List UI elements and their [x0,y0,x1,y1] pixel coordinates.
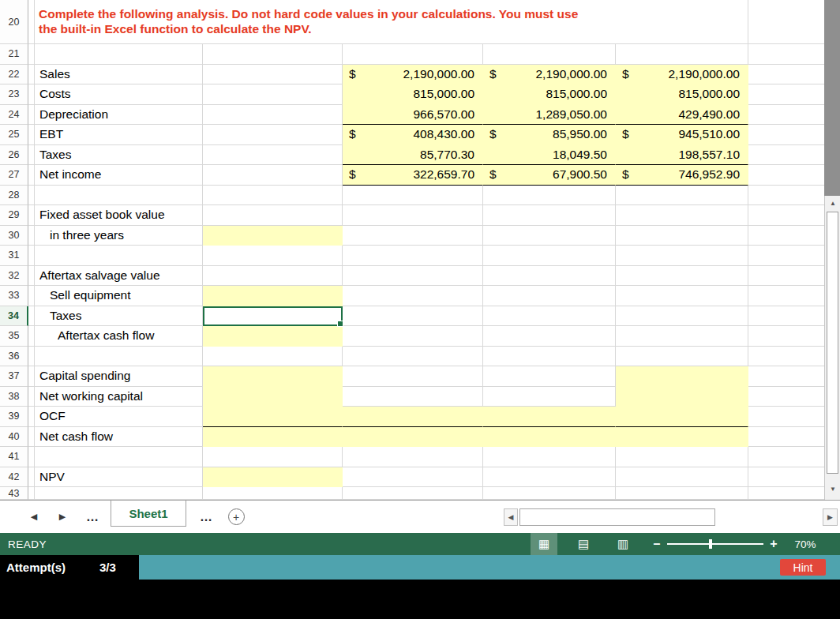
row-header-23[interactable]: 23 [0,84,28,105]
cell-A42[interactable] [28,467,35,488]
cell-D36[interactable] [343,347,483,367]
cell-F22[interactable]: $2,190,000.00 [616,65,748,85]
zoom-out-button[interactable]: – [649,533,665,555]
cell-A31[interactable] [28,246,35,266]
row-header-31[interactable]: 31 [0,246,28,266]
cell-D37[interactable] [343,366,483,387]
cell-D38[interactable] [343,387,483,407]
cell-G38[interactable] [748,387,824,407]
cell-C25[interactable] [203,125,343,145]
cell-F26[interactable]: 198,557.10 [616,145,748,166]
cell-D35[interactable] [343,326,483,347]
cell-C26[interactable] [203,145,343,166]
hint-button[interactable]: Hint [780,559,826,576]
cell-D29[interactable] [343,205,483,226]
row-header-40[interactable]: 40 [0,427,28,448]
cell-D22[interactable]: $2,190,000.00 [343,65,483,85]
cell-A26[interactable] [28,145,35,166]
cell-G23[interactable] [748,84,824,105]
row-header-32[interactable]: 32 [0,266,28,287]
cell-B43[interactable] [35,487,203,500]
zoom-in-button[interactable]: + [766,533,782,555]
cell-G21[interactable] [748,44,824,65]
cell-B39[interactable]: OCF [35,407,203,427]
cell-A25[interactable] [28,125,35,145]
view-break-button[interactable]: ▥ [609,533,636,555]
cell-D28[interactable] [343,186,483,206]
view-layout-button[interactable]: ▤ [570,533,597,555]
cell-F34[interactable] [616,306,748,327]
hscroll-thumb[interactable] [519,508,715,526]
cell-E41[interactable] [483,447,616,467]
cell-F27[interactable]: $746,952.90 [616,165,748,186]
zoom-slider-thumb[interactable] [709,539,712,549]
cell-C22[interactable] [203,65,343,85]
cell-E37[interactable] [483,366,616,387]
cell-G25[interactable] [748,125,824,145]
hscroll-left-button[interactable]: ◀ [504,508,518,526]
cell-G28[interactable] [748,186,824,206]
cell-D33[interactable] [343,286,483,306]
cell-G20[interactable] [748,0,824,44]
cell-G30[interactable] [748,226,824,246]
cell-E40[interactable] [483,427,616,448]
cell-D21[interactable] [343,44,483,65]
row-header-26[interactable]: 26 [0,145,28,166]
cell-C41[interactable] [203,447,343,467]
cell-A22[interactable] [28,65,35,85]
instruction-note[interactable]: Complete the following analysis. Do not … [35,0,748,44]
row-header-33[interactable]: 33 [0,286,28,306]
cell-D25[interactable]: $408,430.00 [343,125,483,145]
cell-E27[interactable]: $67,900.50 [483,165,616,186]
cell-B35[interactable]: Aftertax cash flow [35,326,203,347]
cell-E21[interactable] [483,44,616,65]
zoom-level[interactable]: 70% [788,533,823,555]
cell-F39[interactable] [616,407,748,427]
cell-D41[interactable] [343,447,483,467]
cell-C23[interactable] [203,84,343,105]
cell-A28[interactable] [28,186,35,206]
cell-A21[interactable] [28,44,35,65]
cell-A33[interactable] [28,286,35,306]
cell-E24[interactable]: 1,289,050.00 [483,105,616,126]
cell-B23[interactable]: Costs [35,84,203,105]
vscroll-track[interactable]: ▲ ▼ [824,196,840,500]
cell-E33[interactable] [483,286,616,306]
row-header-39[interactable]: 39 [0,407,28,427]
cell-D34[interactable] [343,306,483,327]
cell-E39[interactable] [483,407,616,427]
cell-G22[interactable] [748,65,824,85]
tabs-overflow-left[interactable]: … [81,501,104,533]
cell-B27[interactable]: Net income [35,165,203,186]
cell-B30[interactable]: in three years [35,226,203,246]
prev-sheet-button[interactable]: ◀ [22,501,46,533]
cell-B33[interactable]: Sell equipment [35,286,203,306]
cell-B42[interactable]: NPV [35,467,203,488]
cell-A35[interactable] [28,326,35,347]
cell-C31[interactable] [203,246,343,266]
cell-F38[interactable] [616,387,748,407]
cell-B24[interactable]: Depreciation [35,105,203,126]
cell-A41[interactable] [28,447,35,467]
cell-B21[interactable] [35,44,203,65]
cell-D23[interactable]: 815,000.00 [343,84,483,105]
zoom-slider[interactable] [667,543,763,545]
cell-C28[interactable] [203,186,343,206]
sheet-tab-sheet1[interactable]: Sheet1 [111,501,186,527]
cell-D32[interactable] [343,266,483,287]
cell-E36[interactable] [483,347,616,367]
cell-G36[interactable] [748,347,824,367]
cell-G41[interactable] [748,447,824,467]
cell-C36[interactable] [203,347,343,367]
cell-A36[interactable] [28,347,35,367]
cell-C30[interactable] [203,226,343,246]
cell-B34[interactable]: Taxes [35,306,203,327]
cell-D43[interactable] [343,487,483,500]
cell-D42[interactable] [343,467,483,488]
cell-B38[interactable]: Net working capital [35,387,203,407]
cell-D31[interactable] [343,246,483,266]
row-header-22[interactable]: 22 [0,65,28,85]
cell-B28[interactable] [35,186,203,206]
cell-C32[interactable] [203,266,343,287]
cell-C35[interactable] [203,326,343,347]
